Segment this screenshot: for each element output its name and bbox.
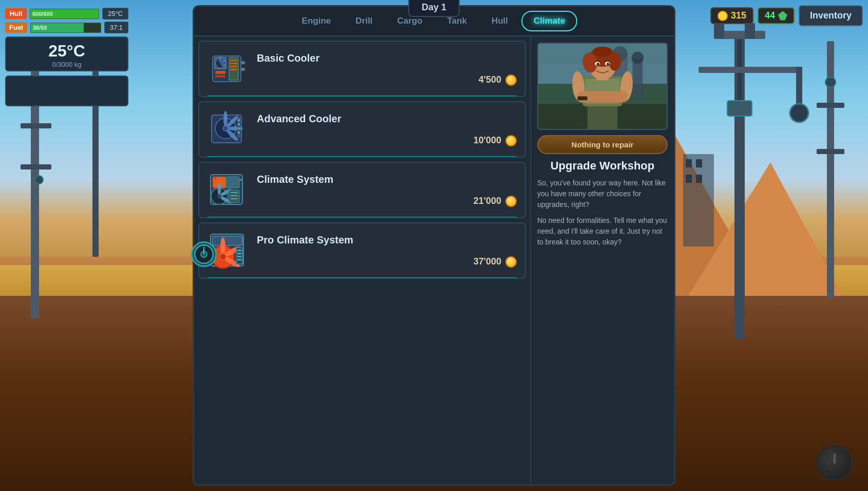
svg-point-78: [220, 254, 226, 260]
weight-value: 0/3000 kg: [6, 61, 127, 68]
item-name-climate-system: Climate System: [257, 174, 517, 185]
shop-item-basic-cooler[interactable]: Basic Cooler 4'500: [198, 41, 526, 97]
temp-big-value: 25°C: [6, 42, 127, 61]
svg-point-61: [217, 194, 221, 198]
item-name-basic-cooler: Basic Cooler: [257, 52, 517, 64]
gem-display: 44: [758, 7, 795, 24]
svg-rect-5: [21, 164, 51, 169]
svg-rect-36: [230, 60, 237, 61]
gem-value: 44: [765, 10, 775, 21]
price-value-climate-system: 21'000: [474, 196, 501, 206]
price-coin-advanced-cooler: [505, 135, 517, 146]
item-info-pro-climate: Pro Climate System 37'000: [257, 234, 517, 268]
shop-item-pro-climate[interactable]: Pro Climate System 37'000: [198, 222, 526, 279]
svg-rect-53: [238, 131, 240, 134]
workshop-desc-1: So, you've found your way here. Not like…: [537, 178, 668, 210]
info-panel: Nothing to repair Upgrade Workshop So, y…: [530, 36, 674, 484]
dial-knob: [817, 445, 853, 481]
svg-rect-66: [215, 177, 216, 180]
items-list: Basic Cooler 4'500: [194, 36, 530, 484]
price-value-pro-climate: 37'000: [474, 256, 501, 267]
item-price-pro-climate: 37'000: [257, 256, 517, 268]
price-value-advanced-cooler: 10'000: [474, 135, 501, 146]
svg-rect-52: [238, 127, 240, 129]
svg-rect-67: [239, 179, 242, 181]
svg-rect-14: [699, 67, 801, 73]
bg-pipes-right: [673, 0, 868, 491]
svg-rect-18: [817, 103, 844, 108]
tab-engine[interactable]: Engine: [291, 11, 343, 31]
item-price-advanced-cooler: 10'000: [257, 135, 517, 146]
svg-rect-22: [686, 159, 692, 167]
svg-point-7: [35, 176, 43, 184]
svg-rect-51: [238, 123, 240, 125]
circular-gauge: [191, 241, 217, 267]
day-indicator: Day 1: [408, 0, 460, 17]
workshop-desc-2: No need for formalities. Tell me what yo…: [537, 215, 668, 248]
svg-rect-34: [215, 71, 225, 74]
shop-panel: Engine Drill Cargo Tank Hull Climate: [193, 5, 675, 486]
svg-rect-37: [230, 63, 237, 64]
svg-rect-108: [577, 97, 588, 101]
svg-rect-15: [796, 67, 802, 108]
svg-rect-21: [683, 154, 714, 247]
svg-rect-82: [237, 256, 241, 257]
tab-hull[interactable]: Hull: [480, 11, 519, 31]
temp-big-display: 25°C 0/3000 kg: [5, 36, 128, 71]
svg-point-16: [790, 104, 808, 122]
price-coin-climate-system: [505, 196, 517, 207]
tab-drill[interactable]: Drill: [344, 11, 384, 31]
svg-rect-89: [633, 59, 643, 99]
day-label: Day 1: [422, 2, 446, 12]
svg-point-48: [223, 126, 228, 131]
svg-point-58: [218, 182, 221, 196]
item-info-advanced-cooler: Advanced Cooler 10'000: [257, 113, 517, 146]
svg-rect-63: [231, 192, 238, 193]
item-icon-advanced-cooler: [207, 109, 249, 150]
vendor-portrait: [537, 43, 668, 130]
workshop-title: Upgrade Workshop: [537, 159, 668, 173]
svg-rect-40: [241, 61, 245, 64]
svg-rect-38: [230, 66, 237, 67]
item-name-pro-climate: Pro Climate System: [257, 234, 517, 246]
coin-value: 315: [731, 10, 746, 21]
item-info-climate-system: Climate System 21'000: [257, 174, 517, 207]
repair-button[interactable]: Nothing to repair: [537, 135, 668, 154]
svg-rect-71: [216, 237, 217, 244]
shop-content: Basic Cooler 4'500: [194, 36, 674, 484]
svg-rect-80: [237, 250, 241, 251]
svg-rect-50: [238, 119, 240, 121]
svg-rect-65: [231, 198, 238, 199]
item-icon-climate-system: [207, 169, 249, 211]
svg-rect-83: [237, 259, 241, 260]
fuel-label: Fuel: [5, 22, 27, 33]
svg-point-107: [607, 63, 610, 66]
svg-point-75: [220, 237, 225, 256]
hud-left: Hull 600/600 25°C Fuel 38/50 37:1 25°C 0…: [5, 8, 128, 106]
shop-item-climate-system[interactable]: Climate System 21'000: [198, 162, 526, 218]
item-price-climate-system: 21'000: [257, 196, 517, 207]
shop-item-advanced-cooler[interactable]: Advanced Cooler 10'000: [198, 101, 526, 158]
svg-point-90: [632, 52, 644, 64]
price-coin-basic-cooler: [505, 74, 517, 86]
svg-point-103: [592, 47, 612, 57]
tab-climate[interactable]: Climate: [521, 11, 577, 31]
svg-rect-56: [226, 177, 239, 188]
cargo-display: [5, 75, 128, 106]
svg-rect-72: [219, 237, 220, 244]
item-icon-basic-cooler: [207, 48, 249, 89]
price-coin-pro-climate: [505, 256, 517, 268]
svg-rect-41: [241, 68, 245, 71]
price-value-basic-cooler: 4'500: [479, 74, 501, 85]
inventory-button[interactable]: Inventory: [799, 5, 863, 26]
svg-rect-13: [727, 101, 752, 116]
coin-display: 315: [710, 7, 753, 24]
item-price-basic-cooler: 4'500: [257, 74, 517, 86]
fuel-bar: 38/50: [31, 23, 84, 32]
hull-bar: 600/600: [30, 9, 99, 18]
svg-rect-25: [696, 175, 702, 183]
hull-label: Hull: [5, 8, 27, 19]
svg-rect-35: [215, 75, 225, 78]
svg-rect-24: [686, 175, 692, 183]
svg-point-20: [825, 77, 836, 87]
